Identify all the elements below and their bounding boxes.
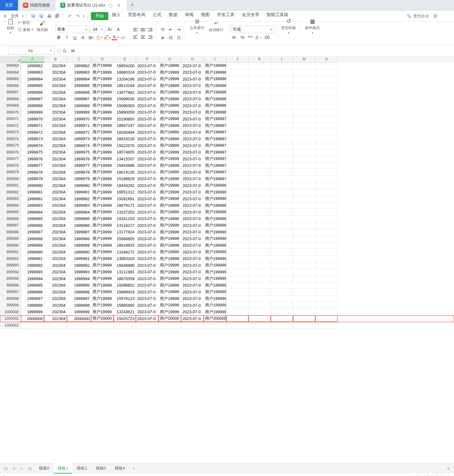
cell[interactable]: 1999995: [21, 282, 44, 289]
cell[interactable]: 用户19999: [91, 162, 114, 169]
cell[interactable]: 1999965: [21, 83, 44, 89]
cell[interactable]: 2023-07-0: [136, 242, 159, 249]
cell[interactable]: [271, 222, 293, 229]
cell[interactable]: 1999980: [67, 182, 91, 189]
cell[interactable]: 18160494: [114, 129, 136, 136]
cell[interactable]: 2023-07-0: [181, 169, 204, 176]
cell[interactable]: [293, 83, 315, 89]
cell[interactable]: 1999990: [21, 249, 44, 256]
cell[interactable]: 1999969: [21, 109, 44, 116]
cell[interactable]: 13111961: [114, 269, 136, 276]
cell[interactable]: 用户19999: [159, 289, 181, 296]
cell[interactable]: 1999991: [21, 256, 44, 262]
cell[interactable]: [315, 236, 338, 242]
cell[interactable]: [249, 189, 271, 196]
cell[interactable]: [226, 109, 249, 116]
cell[interactable]: [271, 256, 293, 262]
cell[interactable]: 1999981: [67, 189, 91, 196]
cell[interactable]: 16679171: [114, 202, 136, 209]
menu-会员专享[interactable]: 会员专享: [238, 12, 263, 20]
cell[interactable]: [293, 63, 315, 69]
cell[interactable]: 用户19999: [159, 249, 181, 256]
cell[interactable]: 2023-07-0: [181, 229, 204, 236]
cell[interactable]: 202304: [44, 242, 67, 249]
cell[interactable]: 2023-07-0: [181, 83, 204, 89]
cell[interactable]: [271, 209, 293, 216]
cell[interactable]: [271, 69, 293, 76]
cell[interactable]: 1999979: [21, 176, 44, 183]
cell[interactable]: [249, 249, 271, 256]
cell[interactable]: 18014130: [114, 169, 136, 176]
cell[interactable]: 1999966: [21, 89, 44, 96]
cell[interactable]: 202304: [44, 256, 67, 262]
cell[interactable]: [226, 222, 249, 229]
cell[interactable]: [226, 96, 249, 103]
cell[interactable]: 2023-07-0: [181, 109, 204, 116]
cell[interactable]: [249, 129, 271, 136]
cell[interactable]: 2023-07-0: [181, 269, 204, 276]
wrap-button[interactable]: ↵自动换行: [207, 19, 225, 33]
cell[interactable]: [271, 302, 293, 309]
cell[interactable]: 用户19999: [159, 202, 181, 209]
cell[interactable]: 2023-07-0: [181, 296, 204, 302]
redo-icon[interactable]: ↷: [75, 13, 81, 19]
cell[interactable]: 用户1999985: [204, 216, 226, 223]
cell[interactable]: 用户19999: [91, 169, 114, 176]
cell[interactable]: [293, 116, 315, 123]
cell[interactable]: 用户19999: [159, 275, 181, 282]
cell[interactable]: 1999974: [67, 142, 91, 149]
cell[interactable]: [293, 242, 315, 249]
cell[interactable]: [293, 182, 315, 189]
cell[interactable]: [293, 76, 315, 83]
select-all-corner[interactable]: [0, 56, 21, 63]
cell[interactable]: 2023-07-0: [181, 162, 204, 169]
sheet-tab-模板2[interactable]: 模板2: [72, 464, 91, 474]
cell[interactable]: [315, 322, 338, 329]
cell[interactable]: [249, 83, 271, 89]
sheet-tab-模板1[interactable]: 模板1: [54, 464, 72, 474]
cell[interactable]: 用户19999: [91, 209, 114, 216]
cell[interactable]: [226, 322, 249, 329]
row-header[interactable]: 999978: [0, 162, 21, 169]
cell[interactable]: 用户19999: [159, 196, 181, 202]
cell[interactable]: [271, 262, 293, 269]
cell[interactable]: [271, 242, 293, 249]
cell[interactable]: [293, 189, 315, 196]
fx-cancel-icon[interactable]: ◯: [57, 48, 61, 53]
cell[interactable]: [271, 216, 293, 223]
cell[interactable]: 用户19999: [91, 302, 114, 309]
cell[interactable]: [249, 315, 271, 322]
row-header[interactable]: 999992: [0, 256, 21, 262]
cell[interactable]: [315, 216, 338, 223]
cell[interactable]: 用户19999: [91, 102, 114, 109]
cell[interactable]: 用户19999: [91, 69, 114, 76]
cell[interactable]: 202304: [44, 129, 67, 136]
cell[interactable]: 2023-07-0: [181, 116, 204, 123]
cell[interactable]: 用户1999968: [204, 102, 226, 109]
print-preview-icon[interactable]: 🗐: [54, 13, 60, 19]
cell[interactable]: 18434262: [114, 182, 136, 189]
cell[interactable]: [293, 262, 315, 269]
indent-dec-button[interactable]: ⇤: [167, 26, 174, 33]
cell[interactable]: 用户19999: [91, 222, 114, 229]
sheet-tab-模板4[interactable]: 模板4: [110, 464, 129, 474]
col-header-J[interactable]: J: [226, 56, 249, 63]
cell[interactable]: 1999966: [67, 89, 91, 96]
cell[interactable]: 2023-07-0: [181, 149, 204, 156]
cell[interactable]: 用户19999: [159, 216, 181, 223]
cell[interactable]: 用户19999: [91, 182, 114, 189]
cell[interactable]: 202304: [44, 162, 67, 169]
cell[interactable]: 2023-07-0: [136, 302, 159, 309]
cell[interactable]: 用户20000: [159, 315, 181, 322]
cell[interactable]: 13077882: [114, 89, 136, 96]
sheet-nav-last[interactable]: >|: [26, 466, 33, 471]
cell[interactable]: 2023-07-0: [181, 123, 204, 129]
col-header-A[interactable]: A: [21, 56, 44, 63]
cell[interactable]: 16654200: [114, 63, 136, 69]
cell[interactable]: 用户19999: [91, 289, 114, 296]
cut-button[interactable]: ✂剪切: [17, 19, 34, 26]
cell[interactable]: 1999980: [21, 182, 44, 189]
cell[interactable]: 1999986: [21, 222, 44, 229]
cell[interactable]: 202304: [44, 209, 67, 216]
cell[interactable]: 15899919: [114, 289, 136, 296]
